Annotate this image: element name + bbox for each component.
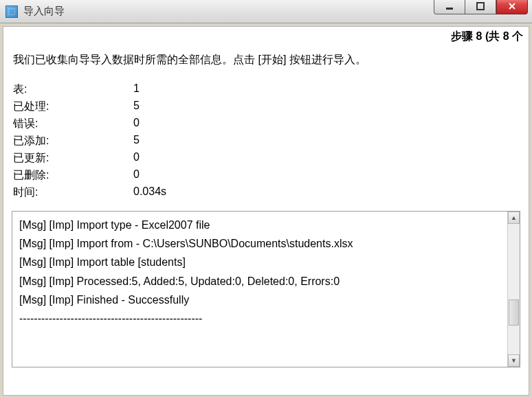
window-title: 导入向导 (23, 5, 65, 18)
client-area: 步骤 8 (共 8 个 我们已收集向导导入数据时所需的全部信息。点击 [开始] … (3, 26, 529, 396)
stats-label: 表: (13, 81, 133, 98)
stats-label: 已添加: (13, 133, 133, 150)
stats-value: 0 (133, 115, 188, 133)
stats-row: 已添加:5 (13, 133, 188, 150)
maximize-icon (476, 2, 485, 10)
window-controls (434, 0, 528, 14)
stats-row: 表:1 (13, 81, 188, 98)
scroll-up-button[interactable]: ▲ (508, 212, 520, 224)
instruction-text: 我们已收集向导导入数据时所需的全部信息。点击 [开始] 按钮进行导入。 (3, 27, 529, 73)
close-button[interactable] (496, 0, 528, 14)
log-line: [Msg] [Imp] Import table [students] (19, 253, 500, 271)
chevron-down-icon: ▼ (511, 357, 517, 364)
svg-rect-1 (477, 3, 484, 10)
log-line: ----------------------------------------… (19, 309, 500, 328)
stats-row: 时间:0.034s (13, 184, 188, 201)
log-line: [Msg] [Imp] Import from - C:\Users\SUNBO… (19, 234, 500, 253)
app-icon (5, 5, 18, 18)
close-icon (507, 2, 517, 10)
stats-value: 0 (133, 167, 188, 184)
stats-table: 表:1已处理:5错误:0已添加:5已更新:0已删除:0时间:0.034s (13, 81, 188, 201)
stats-label: 错误: (13, 115, 133, 133)
stats-label: 时间: (13, 184, 133, 201)
scrollbar-track[interactable] (508, 224, 520, 354)
stats-value: 0 (133, 150, 188, 167)
scroll-down-button[interactable]: ▼ (508, 354, 520, 367)
stats-label: 已更新: (13, 150, 133, 167)
maximize-button[interactable] (465, 0, 496, 14)
stats-label: 已处理: (13, 98, 133, 115)
stats-row: 已删除:0 (13, 167, 188, 184)
log-scrollbar[interactable]: ▲ ▼ (507, 212, 520, 367)
minimize-button[interactable] (434, 0, 465, 14)
chevron-up-icon: ▲ (511, 214, 517, 221)
window-titlebar: 导入向导 (0, 0, 532, 23)
scrollbar-thumb[interactable] (509, 299, 519, 326)
stats-row: 错误:0 (13, 115, 188, 133)
log-content[interactable]: [Msg] [Imp] Import type - Excel2007 file… (12, 212, 507, 367)
stats-label: 已删除: (13, 167, 133, 184)
stats-value: 1 (133, 81, 188, 98)
step-indicator: 步骤 8 (共 8 个 (451, 30, 523, 44)
log-line: [Msg] [Imp] Import type - Excel2007 file (19, 216, 500, 234)
stats-row: 已处理:5 (13, 98, 188, 115)
log-line: [Msg] [Imp] Finished - Successfully (19, 291, 500, 309)
log-box: [Msg] [Imp] Import type - Excel2007 file… (12, 211, 520, 367)
minimize-icon (445, 2, 454, 10)
log-line: [Msg] [Imp] Processed:5, Added:5, Update… (19, 272, 500, 291)
stats-row: 已更新:0 (13, 150, 188, 167)
svg-rect-0 (446, 8, 453, 10)
stats-value: 5 (133, 133, 188, 150)
stats-panel: 表:1已处理:5错误:0已添加:5已更新:0已删除:0时间:0.034s (3, 73, 529, 208)
stats-value: 0.034s (133, 184, 188, 201)
stats-value: 5 (133, 98, 188, 115)
